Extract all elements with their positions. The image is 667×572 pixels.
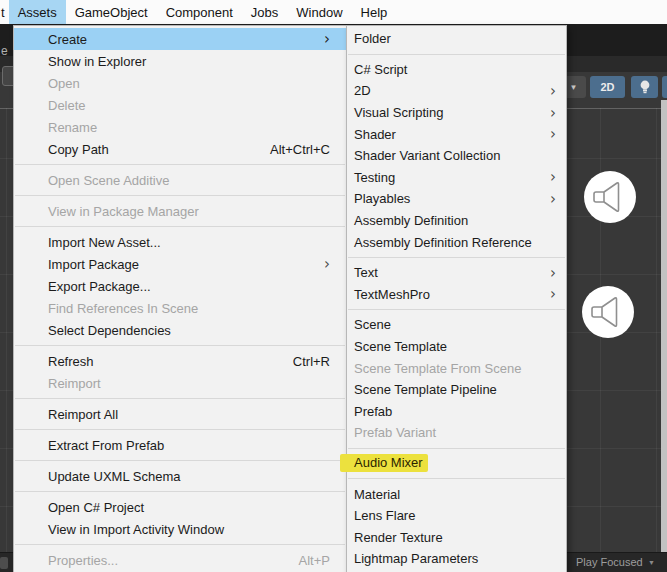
menu-item-scene-template-from-scene[interactable]: Scene Template From Scene <box>347 357 566 379</box>
menu-item-view-in-import-activity-window[interactable]: View in Import Activity Window <box>14 518 346 540</box>
menubar-item-jobs[interactable]: Jobs <box>242 0 287 24</box>
menu-item-open-c-project[interactable]: Open C# Project <box>14 496 346 518</box>
menu-item-copy-path[interactable]: Copy PathAlt+Ctrl+C <box>14 138 346 160</box>
menu-item-assembly-definition[interactable]: Assembly Definition <box>347 210 566 232</box>
menu-item-label: Reimport All <box>48 407 118 422</box>
menu-item-material[interactable]: Material <box>347 483 566 505</box>
menu-item-lightmap-parameters[interactable]: Lightmap Parameters <box>347 548 566 570</box>
menu-item-find-references-in-scene[interactable]: Find References In Scene <box>14 297 346 319</box>
menu-separator <box>15 544 345 545</box>
menubar-item-gameobject[interactable]: GameObject <box>66 0 157 24</box>
menu-item-label: Refresh <box>48 354 94 369</box>
menu-item-textmeshpro[interactable]: TextMeshPro› <box>347 284 566 306</box>
menu-item-label: Show in Explorer <box>48 54 146 69</box>
menu-item-select-dependencies[interactable]: Select Dependencies <box>14 319 346 341</box>
menu-item-assembly-definition-reference[interactable]: Assembly Definition Reference <box>347 231 566 253</box>
menu-item-render-texture[interactable]: Render Texture <box>347 526 566 548</box>
menu-separator <box>348 54 565 55</box>
menu-item-label: View in Package Manager <box>48 204 199 219</box>
menu-item-export-package[interactable]: Export Package... <box>14 275 346 297</box>
audio-source-gizmo[interactable] <box>583 170 637 224</box>
menu-item-text[interactable]: Text› <box>347 262 566 284</box>
menu-item-scene-template[interactable]: Scene Template <box>347 336 566 358</box>
menu-item-label: Prefab Variant <box>354 425 436 440</box>
menu-item-lens-flare[interactable]: Lens Flare <box>347 505 566 527</box>
menu-item-open[interactable]: Open <box>14 72 346 94</box>
menu-item-import-new-asset[interactable]: Import New Asset... <box>14 231 346 253</box>
menubar-item-window[interactable]: Window <box>287 0 351 24</box>
menu-item-label: Scene Template From Scene <box>354 361 521 376</box>
menu-item-label: Extract From Prefab <box>48 438 164 453</box>
menu-item-c-script[interactable]: C# Script <box>347 59 566 81</box>
menu-item-label: Open Scene Additive <box>48 173 169 188</box>
menu-item-scene-template-pipeline[interactable]: Scene Template Pipeline <box>347 379 566 401</box>
menu-separator <box>15 429 345 430</box>
chevron-down-icon[interactable]: ▼ <box>648 559 655 566</box>
menu-item-folder[interactable]: Folder <box>347 28 566 50</box>
submenu-arrow-icon: › <box>324 34 330 44</box>
scene-grid-line <box>6 108 7 553</box>
menu-item-audio-mixer[interactable]: Audio Mixer <box>347 453 566 475</box>
2d-toggle-button[interactable]: 2D <box>590 76 625 98</box>
menu-item-rename[interactable]: Rename <box>14 116 346 138</box>
menubar-item-assets[interactable]: Assets <box>9 0 66 24</box>
menu-separator <box>15 164 345 165</box>
menu-item-refresh[interactable]: RefreshCtrl+R <box>14 350 346 372</box>
menu-item-shortcut: Alt+P <box>299 553 330 568</box>
menu-item-label: Open <box>48 76 80 91</box>
menu-item-label: Find References In Scene <box>48 301 198 316</box>
menu-item-show-in-explorer[interactable]: Show in Explorer <box>14 50 346 72</box>
menu-item-label: Lightmap Parameters <box>354 551 478 566</box>
menu-item-label: Open C# Project <box>48 500 144 515</box>
lighting-toggle-button[interactable] <box>631 76 658 98</box>
menu-item-shader-variant-collection[interactable]: Shader Variant Collection <box>347 145 566 167</box>
menu-item-open-scene-additive[interactable]: Open Scene Additive <box>14 169 346 191</box>
menu-item-label: Audio Mixer <box>340 454 428 472</box>
menu-item-reimport-all[interactable]: Reimport All <box>14 403 346 425</box>
menu-item-label: Prefab <box>354 404 392 419</box>
menu-item-import-package[interactable]: Import Package› <box>14 253 346 275</box>
menu-item-scene[interactable]: Scene <box>347 314 566 336</box>
submenu-arrow-icon: › <box>550 194 556 204</box>
menu-separator <box>15 226 345 227</box>
chevron-down-icon: ▼ <box>570 83 578 92</box>
menu-item-label: Scene <box>354 317 391 332</box>
audio-source-gizmo[interactable] <box>581 285 635 339</box>
menu-item-properties[interactable]: Properties...Alt+P <box>14 549 346 571</box>
scene-scrollbar[interactable] <box>661 100 667 553</box>
menu-item-reimport[interactable]: Reimport <box>14 372 346 394</box>
menu-item-update-uxml-schema[interactable]: Update UXML Schema <box>14 465 346 487</box>
submenu-arrow-icon: › <box>550 268 556 278</box>
menu-item-shortcut: Ctrl+R <box>293 354 330 369</box>
menu-item-visual-scripting[interactable]: Visual Scripting› <box>347 102 566 124</box>
menu-item-label: Text <box>354 265 378 280</box>
menu-item-label: Create <box>48 32 87 47</box>
menu-item-label: Shader Variant Collection <box>354 148 500 163</box>
menu-item-extract-from-prefab[interactable]: Extract From Prefab <box>14 434 346 456</box>
background-partial-text: e <box>1 44 8 58</box>
menu-item-prefab[interactable]: Prefab <box>347 401 566 423</box>
menu-item-delete[interactable]: Delete <box>14 94 346 116</box>
menu-item-2d[interactable]: 2D› <box>347 80 566 102</box>
menu-item-label: Import New Asset... <box>48 235 161 250</box>
menubar-item-t[interactable]: t <box>0 0 9 24</box>
menu-item-label: View in Import Activity Window <box>48 522 224 537</box>
menu-item-label: Properties... <box>48 553 118 568</box>
menu-separator <box>15 195 345 196</box>
menu-item-prefab-variant[interactable]: Prefab Variant <box>347 422 566 444</box>
menubar-item-help[interactable]: Help <box>352 0 397 24</box>
menu-item-create[interactable]: Create› <box>14 28 346 50</box>
submenu-arrow-icon: › <box>550 289 556 299</box>
menu-item-testing[interactable]: Testing› <box>347 167 566 189</box>
play-focused-dropdown[interactable]: Play Focused <box>576 556 643 568</box>
menu-item-view-in-package-manager[interactable]: View in Package Manager <box>14 200 346 222</box>
menu-item-playables[interactable]: Playables› <box>347 188 566 210</box>
toolbar-icon-partial[interactable] <box>0 557 8 569</box>
submenu-arrow-icon: › <box>550 129 556 139</box>
menu-item-shader[interactable]: Shader› <box>347 123 566 145</box>
menubar-item-component[interactable]: Component <box>157 0 242 24</box>
menu-separator <box>348 448 565 449</box>
audio-toggle-button-partial[interactable] <box>662 76 667 98</box>
menu-item-label: Material <box>354 487 400 502</box>
submenu-arrow-icon: › <box>550 172 556 182</box>
